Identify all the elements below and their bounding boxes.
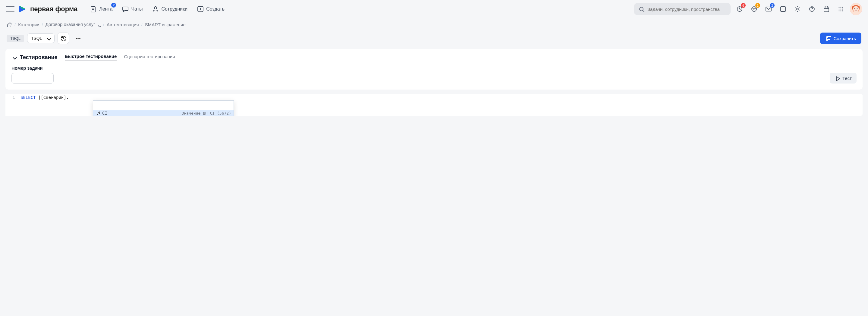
inbox-button[interactable]: 2 — [763, 4, 774, 15]
alerts-button[interactable] — [778, 4, 788, 15]
test-button[interactable]: Тест — [830, 73, 857, 84]
recent-badge: 6 — [741, 3, 746, 8]
menu-toggle[interactable] — [6, 6, 14, 12]
crumb-current: SMART выражение — [145, 22, 186, 27]
testing-panel: Тестирование Быстрое тестирование Сценар… — [5, 49, 863, 90]
nav-employees-label: Сотрудники — [161, 6, 187, 12]
settings-button[interactable] — [792, 4, 803, 15]
user-icon — [152, 6, 159, 12]
cursor — [69, 95, 69, 100]
logo-text: первая форма — [30, 5, 78, 13]
play-icon — [835, 76, 840, 81]
nav-feed-label: Лента — [99, 6, 113, 12]
help-icon — [809, 6, 815, 12]
favorites-button[interactable]: 1 — [749, 4, 760, 15]
language-select-value: TSQL — [31, 36, 42, 41]
feed-icon — [90, 6, 97, 12]
crumb-contract[interactable]: Договор оказания услуг — [45, 22, 101, 27]
nav-employees[interactable]: Сотрудники — [149, 4, 190, 14]
chevron-down-icon — [96, 23, 101, 27]
line-number: 1 — [5, 94, 21, 116]
task-number-label: Номер задачи — [11, 65, 54, 70]
chevron-down-icon — [46, 36, 51, 41]
apps-button[interactable] — [835, 4, 846, 15]
wrench-icon — [96, 111, 100, 115]
tab-scenarios[interactable]: Сценарии тестирования — [124, 54, 175, 61]
alert-icon — [780, 6, 786, 12]
search-input[interactable] — [647, 7, 726, 12]
crumb-automation[interactable]: Автоматизация — [107, 22, 139, 27]
settings-icon — [794, 6, 801, 12]
language-select[interactable]: TSQL — [27, 33, 55, 43]
save-button[interactable]: Сохранить — [820, 33, 861, 44]
favorites-badge: 1 — [755, 3, 760, 8]
help-button[interactable] — [807, 4, 817, 15]
more-button[interactable] — [72, 33, 84, 44]
chevron-down-icon — [11, 55, 17, 60]
user-avatar[interactable] — [850, 3, 862, 15]
svg-point-37 — [855, 8, 855, 9]
plus-icon — [197, 6, 204, 12]
grid-icon — [838, 6, 844, 12]
autocomplete-item[interactable]: CI Значение ДП CI (5672) — [93, 110, 234, 116]
logo[interactable]: первая форма — [18, 4, 78, 13]
save-icon — [826, 36, 831, 41]
nav-chats[interactable]: Чаты — [119, 4, 146, 14]
search-icon — [638, 6, 644, 12]
code-editor[interactable]: 1 SELECT [[Сценарии]. CI Значение ДП CI … — [5, 94, 863, 116]
feed-badge: 2 — [111, 3, 116, 7]
code-line[interactable]: SELECT [[Сценарии]. CI Значение ДП CI (5… — [21, 94, 863, 116]
autocomplete-popup[interactable]: CI Значение ДП CI (5672) Efforts ID роди… — [93, 100, 234, 116]
calendar-icon — [823, 6, 830, 12]
dots-icon — [75, 35, 81, 41]
recent-button[interactable]: 6 — [734, 4, 745, 15]
nav-chats-label: Чаты — [131, 6, 143, 12]
test-label: Тест — [842, 76, 852, 81]
history-icon — [60, 35, 66, 41]
testing-toggle[interactable]: Тестирование — [11, 54, 58, 61]
task-number-input[interactable] — [11, 73, 54, 84]
tab-quick-testing[interactable]: Быстрое тестирование — [65, 54, 117, 61]
global-search[interactable] — [634, 3, 731, 15]
testing-title: Тестирование — [20, 54, 58, 61]
svg-point-36 — [853, 6, 859, 12]
editor-toolbar: TSQL TSQL Сохранить — [0, 31, 868, 49]
nav-feed[interactable]: Лента 2 — [87, 4, 116, 14]
chat-icon — [122, 6, 129, 12]
svg-point-38 — [857, 8, 858, 9]
nav-create[interactable]: Создать — [194, 4, 227, 14]
nav-create-label: Создать — [206, 6, 224, 12]
save-label: Сохранить — [833, 36, 856, 41]
logo-icon — [18, 4, 27, 13]
top-bar: первая форма Лента 2 Чаты Сотрудники Соз… — [0, 0, 868, 18]
crumb-categories[interactable]: Категории — [18, 22, 39, 27]
calendar-button[interactable] — [821, 4, 832, 15]
breadcrumb: / Категории / Договор оказания услуг / А… — [0, 18, 868, 31]
avatar-image — [850, 3, 862, 15]
language-chip: TSQL — [7, 35, 24, 42]
home-icon[interactable] — [7, 22, 12, 27]
inbox-badge: 2 — [770, 3, 775, 8]
history-button[interactable] — [58, 33, 69, 44]
